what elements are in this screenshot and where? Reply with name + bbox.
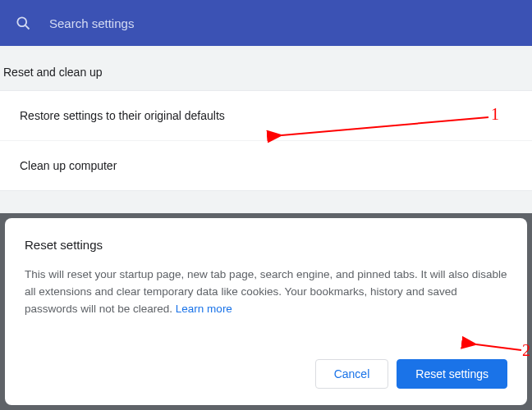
dialog-backdrop: Reset settings This will reset your star… (0, 213, 532, 410)
search-bar (0, 0, 532, 46)
dialog-title: Reset settings (25, 238, 507, 252)
section-title-reset-cleanup: Reset and clean up (0, 46, 532, 90)
cancel-button[interactable]: Cancel (315, 359, 389, 389)
dialog-body-text: This will reset your startup page, new t… (25, 268, 507, 315)
settings-item-restore-defaults[interactable]: Restore settings to their original defau… (0, 91, 532, 141)
svg-line-1 (25, 25, 30, 30)
svg-point-0 (17, 17, 26, 26)
dialog-actions: Cancel Reset settings (25, 359, 507, 389)
settings-list-reset: Restore settings to their original defau… (0, 90, 532, 191)
settings-item-cleanup-computer[interactable]: Clean up computer (0, 141, 532, 190)
reset-settings-button[interactable]: Reset settings (397, 359, 507, 389)
reset-settings-dialog: Reset settings This will reset your star… (5, 218, 527, 405)
search-icon (15, 15, 31, 31)
search-input[interactable] (49, 16, 517, 30)
learn-more-link[interactable]: Learn more (176, 303, 232, 315)
dialog-body: This will reset your startup page, new t… (25, 266, 507, 344)
